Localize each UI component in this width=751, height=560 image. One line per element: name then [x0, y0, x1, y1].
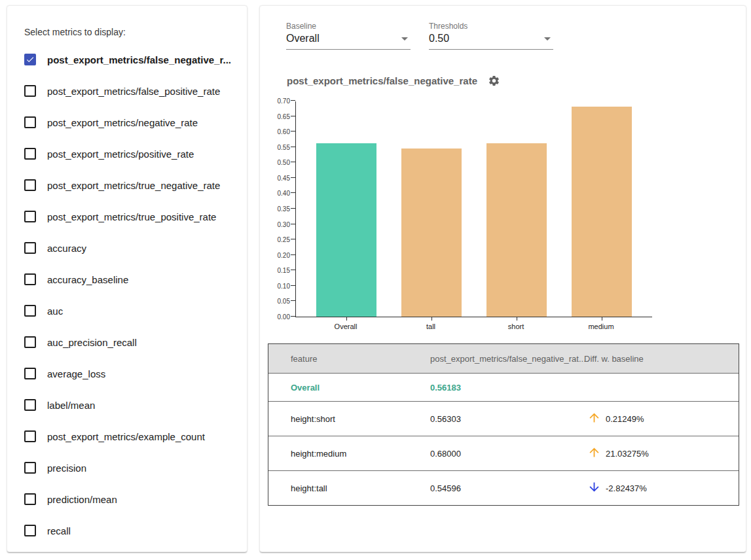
- metric-item[interactable]: post_export_metrics/negative_rate: [23, 107, 234, 138]
- metric-selector-panel: Select metrics to display: post_export_m…: [7, 5, 247, 552]
- y-axis-tick: [291, 285, 295, 286]
- table-header-row: feature post_export_metrics/false_negati…: [268, 344, 739, 373]
- checkbox-unchecked-icon[interactable]: [24, 116, 36, 128]
- metric-item-label: prediction/mean: [47, 494, 117, 505]
- metric-selector-title: Select metrics to display:: [24, 27, 234, 37]
- arrow-up-icon: [587, 411, 601, 427]
- x-axis-tick: [602, 317, 602, 321]
- checkbox-unchecked-icon[interactable]: [24, 336, 36, 348]
- diff-value: 21.03275%: [606, 449, 649, 459]
- y-axis-tick: [291, 177, 295, 178]
- checkbox-unchecked-icon[interactable]: [24, 368, 36, 379]
- bar-short[interactable]: [486, 143, 547, 317]
- y-axis-label: 0.25: [260, 236, 290, 243]
- metric-item-label: post_export_metrics/true_negative_rate: [47, 180, 220, 191]
- bar-overall[interactable]: [316, 143, 376, 317]
- thresholds-value: 0.50: [429, 33, 449, 44]
- metric-item-label: post_export_metrics/false_negative_r...: [47, 54, 231, 65]
- metric-item[interactable]: auc: [23, 295, 234, 326]
- x-axis-tick: [431, 317, 432, 321]
- page: Select metrics to display: post_export_m…: [0, 0, 751, 560]
- y-axis-tick: [291, 316, 295, 317]
- metric-item[interactable]: post_export_metrics/false_negative_r...: [23, 44, 234, 75]
- x-axis-label: tall: [426, 323, 435, 330]
- table-header-metric: post_export_metrics/false_negative_rat..…: [430, 354, 584, 364]
- metric-item-label: accuracy_baseline: [47, 274, 128, 285]
- chevron-down-icon[interactable]: [544, 37, 551, 41]
- y-axis-tick: [291, 116, 295, 116]
- metric-item[interactable]: auc_precision_recall: [23, 326, 234, 358]
- checkbox-unchecked-icon[interactable]: [24, 148, 36, 160]
- checkbox-unchecked-icon[interactable]: [24, 399, 36, 411]
- metric-value-cell: 0.68000: [430, 449, 584, 459]
- metric-item[interactable]: accuracy_baseline: [23, 264, 234, 295]
- y-axis-tick: [291, 147, 295, 147]
- y-axis-label: 0.45: [260, 175, 290, 182]
- chart-header: post_export_metrics/false_negative_rate: [287, 75, 746, 87]
- baseline-dropdown[interactable]: Baseline Overall: [286, 22, 411, 50]
- checkbox-unchecked-icon[interactable]: [24, 525, 36, 536]
- metric-item-label: average_loss: [47, 368, 105, 379]
- checkbox-checked-icon[interactable]: [24, 54, 36, 65]
- x-axis-label: medium: [588, 323, 614, 330]
- metric-item[interactable]: post_export_metrics/true_negative_rate: [23, 169, 234, 201]
- checkbox-unchecked-icon[interactable]: [24, 493, 36, 505]
- checkbox-unchecked-icon[interactable]: [24, 179, 36, 191]
- metric-item[interactable]: post_export_metrics/example_count: [23, 421, 234, 452]
- metric-list: post_export_metrics/false_negative_r...p…: [23, 44, 234, 546]
- table-body: Overall0.56183height:short0.563030.21249…: [268, 373, 739, 505]
- checkbox-unchecked-icon[interactable]: [24, 211, 36, 222]
- bar-chart: 0.000.050.100.150.200.250.300.350.400.45…: [260, 97, 746, 337]
- diff-value: 0.21249%: [606, 414, 644, 424]
- y-axis-label: 0.65: [260, 113, 290, 120]
- x-axis-label: short: [508, 323, 524, 330]
- checkbox-unchecked-icon[interactable]: [24, 430, 36, 442]
- y-axis-label: 0.35: [260, 205, 290, 213]
- y-axis-tick: [291, 224, 295, 224]
- x-axis-tick: [517, 317, 517, 321]
- metric-item[interactable]: label/mean: [23, 389, 234, 421]
- feature-cell: height:medium: [268, 449, 430, 459]
- feature-cell: height:short: [268, 414, 430, 424]
- metric-item[interactable]: recall: [23, 515, 234, 546]
- metric-item[interactable]: average_loss: [23, 358, 234, 389]
- checkbox-unchecked-icon[interactable]: [24, 85, 36, 97]
- x-axis-label: Overall: [335, 323, 357, 330]
- metric-value-cell: 0.56183: [430, 383, 584, 393]
- y-axis-tick: [291, 208, 295, 209]
- metric-item[interactable]: post_export_metrics/true_positive_rate: [23, 201, 234, 232]
- y-axis-tick: [291, 131, 295, 131]
- metrics-table: feature post_export_metrics/false_negati…: [268, 343, 739, 506]
- bar-medium[interactable]: [572, 107, 632, 317]
- y-axis-label: 0.00: [260, 313, 290, 321]
- metric-item[interactable]: post_export_metrics/positive_rate: [23, 138, 234, 169]
- feature-cell: height:tall: [268, 483, 430, 493]
- table-header-feature: feature: [268, 354, 430, 364]
- checkbox-unchecked-icon[interactable]: [24, 305, 36, 317]
- metrics-panel: Baseline Overall Thresholds 0.50 post_ex…: [259, 5, 746, 552]
- feature-cell: Overall: [268, 383, 430, 393]
- checkbox-unchecked-icon[interactable]: [24, 273, 36, 285]
- arrow-up-icon: [587, 446, 601, 461]
- metric-item-label: post_export_metrics/positive_rate: [47, 149, 194, 160]
- y-axis-tick: [291, 239, 295, 239]
- metric-item[interactable]: precision: [23, 452, 234, 483]
- metric-item[interactable]: prediction/mean: [23, 483, 234, 515]
- metric-item[interactable]: accuracy: [23, 232, 234, 264]
- chevron-down-icon[interactable]: [401, 37, 408, 41]
- table-row: Overall0.56183: [268, 373, 739, 401]
- y-axis-tick: [291, 192, 295, 193]
- checkbox-unchecked-icon[interactable]: [24, 242, 36, 254]
- metric-item-label: post_export_metrics/negative_rate: [47, 117, 198, 128]
- gear-icon[interactable]: [488, 75, 500, 87]
- metric-item-label: auc_precision_recall: [47, 337, 137, 348]
- thresholds-label: Thresholds: [429, 22, 553, 31]
- arrow-down-icon: [587, 480, 601, 496]
- thresholds-dropdown[interactable]: Thresholds 0.50: [429, 22, 553, 50]
- metric-item-label: post_export_metrics/example_count: [47, 431, 205, 442]
- metric-item[interactable]: post_export_metrics/false_positive_rate: [23, 75, 234, 107]
- controls-row: Baseline Overall Thresholds 0.50: [286, 22, 746, 50]
- checkbox-unchecked-icon[interactable]: [24, 462, 36, 474]
- bar-tall[interactable]: [401, 149, 462, 317]
- y-axis-label: 0.15: [260, 267, 290, 274]
